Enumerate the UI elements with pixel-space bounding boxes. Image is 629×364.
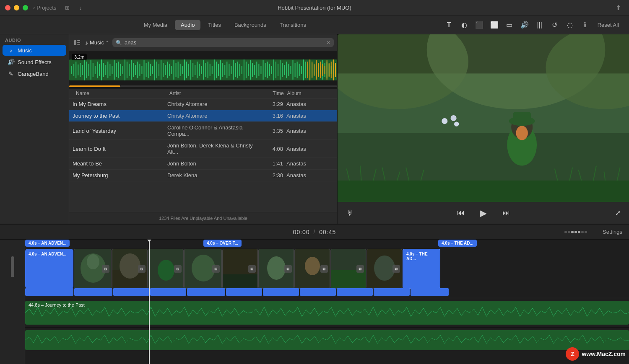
share-icon[interactable]: ⬆	[612, 2, 624, 14]
track-row-journey[interactable]: Journey to the Past Christy Altomare 3:1…	[69, 110, 337, 122]
svg-rect-46	[156, 62, 157, 78]
track-time: 2:30	[262, 172, 283, 178]
video-clip-3[interactable]: ⊠	[112, 249, 148, 289]
close-button[interactable]	[5, 5, 10, 10]
column-name: Name	[73, 90, 169, 96]
track-name: In My Dreams	[73, 101, 167, 107]
rewind-button[interactable]: ⏮	[455, 207, 467, 219]
browser-status: 1234 Files Are Unplayable And Unavailabl…	[69, 212, 337, 224]
play-button[interactable]: ▶	[477, 207, 490, 219]
camera-icon[interactable]: ▭	[504, 19, 515, 31]
back-button[interactable]: ‹ Projects	[33, 5, 56, 11]
clip-title-1[interactable]: 4.0s – AN ADVEN...	[25, 249, 73, 289]
video-clip-7[interactable]: ⊠	[258, 249, 294, 289]
transition-icon-8[interactable]: ⊠	[320, 265, 328, 273]
floating-title-1: 4.0s – AN ADVEN...	[25, 240, 70, 247]
video-clip-6[interactable]: ⊠	[222, 249, 258, 289]
waveform-svg	[69, 51, 337, 89]
video-clip-5[interactable]: ⊠	[184, 249, 222, 289]
layout-icon[interactable]: ⊞	[61, 2, 73, 14]
transition-icon-2[interactable]: ⊠	[102, 265, 109, 273]
settings-button[interactable]: Settings	[603, 229, 622, 235]
video-clip-8[interactable]: ⊠	[294, 249, 330, 289]
svg-rect-76	[220, 60, 221, 80]
svg-rect-96	[263, 60, 264, 80]
audio-waveform-2[interactable]	[25, 330, 629, 350]
video-clip-2[interactable]: ⊠	[74, 249, 112, 289]
title-bar-7	[263, 288, 299, 296]
tab-audio[interactable]: Audio	[175, 20, 200, 30]
track-row-learn[interactable]: Learn to Do It John Bolton, Derek Klena …	[69, 140, 337, 158]
timeline-header: 00:00 / 00:45 Settings	[0, 225, 629, 240]
tab-transitions[interactable]: Transitions	[274, 20, 312, 30]
svg-rect-131	[307, 62, 308, 78]
tab-titles[interactable]: Titles	[202, 20, 227, 30]
track-row-meant[interactable]: Meant to Be John Bolton 1:41 Anastas	[69, 158, 337, 170]
video-clip-4[interactable]: ⊠	[148, 249, 184, 289]
fast-forward-button[interactable]: ⏭	[500, 207, 512, 219]
video-clip-11[interactable]: 4.0s – THE AD...	[403, 249, 440, 289]
track-row-in-my-dreams[interactable]: In My Dreams Christy Altomare 3:29 Anast…	[69, 98, 337, 110]
gutter-handle[interactable]	[11, 256, 14, 277]
speed-icon[interactable]: |||	[534, 19, 546, 31]
transition-icon-10[interactable]: ⊠	[392, 265, 400, 273]
transition-icon-5[interactable]: ⊠	[212, 265, 220, 273]
svg-rect-6	[71, 66, 72, 74]
video-preview	[338, 34, 629, 202]
video-track: 4.0s – AN ADVEN... 4.0s – OVER T... 4.0s…	[25, 240, 629, 298]
svg-rect-108	[288, 64, 289, 76]
sidebar-item-music[interactable]: ♪ Music	[3, 45, 66, 56]
svg-rect-140	[327, 60, 327, 80]
microphone-button[interactable]: 🎙	[346, 209, 353, 217]
transition-icon-7[interactable]: ⊠	[284, 265, 292, 273]
transition-icon-9[interactable]: ⊠	[356, 265, 364, 273]
info-icon[interactable]: ℹ	[579, 19, 591, 31]
transition-icon-6[interactable]: ⊠	[248, 265, 256, 273]
title-bar-3	[113, 288, 149, 296]
sidebar-toggle-button[interactable]	[73, 38, 82, 47]
sidebar-item-garageband[interactable]: ✎ GarageBand	[3, 68, 66, 79]
arrange-icon[interactable]: ↓	[75, 2, 86, 14]
transition-icon-3[interactable]: ⊠	[138, 265, 146, 273]
tab-my-media[interactable]: My Media	[138, 20, 173, 30]
search-box: 🔍 ✕	[112, 38, 334, 47]
svg-rect-106	[284, 65, 285, 75]
video-clip-9[interactable]: ⊠	[330, 249, 366, 289]
fullscreen-button[interactable]: ⤢	[615, 209, 621, 217]
search-input[interactable]	[125, 39, 324, 46]
svg-rect-55	[176, 63, 177, 77]
track-time: 1:41	[262, 160, 283, 167]
audio-icon[interactable]: 🔊	[519, 19, 530, 31]
source-selector[interactable]: ♪ Music ⌃	[85, 39, 109, 46]
svg-rect-44	[152, 66, 153, 74]
crop-icon[interactable]: ⬜	[489, 19, 500, 31]
track-row-petersburg[interactable]: My Petersburg Derek Klena 2:30 Anastas	[69, 170, 337, 181]
tab-backgrounds[interactable]: Backgrounds	[229, 20, 272, 30]
svg-rect-98	[267, 62, 268, 78]
search-clear-button[interactable]: ✕	[326, 40, 330, 46]
svg-rect-99	[269, 64, 270, 76]
svg-rect-20	[101, 59, 102, 80]
title-bar-6	[226, 288, 262, 296]
svg-rect-70	[208, 62, 208, 78]
maximize-button[interactable]	[23, 5, 28, 10]
svg-rect-103	[278, 64, 278, 76]
svg-rect-114	[301, 66, 302, 74]
sidebar-item-sound-effects[interactable]: 🔊 Sound Effects	[3, 57, 66, 67]
color-tool-icon[interactable]: ⬛	[473, 19, 485, 31]
svg-rect-68	[203, 60, 204, 80]
effects-icon[interactable]: ◌	[564, 19, 576, 31]
reset-button[interactable]: Reset All	[594, 20, 622, 30]
svg-rect-137	[320, 62, 321, 78]
transition-icon-4[interactable]: ⊠	[174, 265, 182, 273]
audio-waveform[interactable]: 44.8s – Journey to the Past	[25, 301, 629, 325]
crop-tool-icon[interactable]: ◐	[458, 19, 470, 31]
toolbar-right: T ◐ ⬛ ⬜ ▭ 🔊 ||| ↺ ◌ ℹ Reset All	[443, 19, 622, 31]
text-tool-icon[interactable]: T	[443, 19, 455, 31]
svg-rect-102	[276, 62, 276, 78]
stabilize-icon[interactable]: ↺	[549, 19, 561, 31]
video-clip-10[interactable]: ⊠	[366, 249, 402, 289]
track-row-land[interactable]: Land of Yesterday Caroline O'Connor & An…	[69, 122, 337, 140]
svg-rect-66	[199, 64, 200, 76]
minimize-button[interactable]	[14, 5, 19, 10]
